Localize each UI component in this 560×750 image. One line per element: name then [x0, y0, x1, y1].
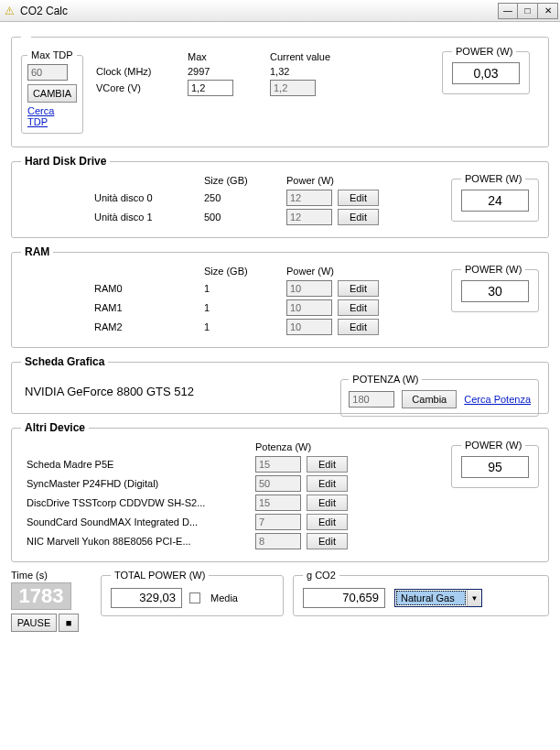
max-tdp-input[interactable] — [27, 64, 68, 81]
other-row: DiscDrive TSSTcorp CDDVDW SH-S2... Edit — [27, 495, 539, 511]
hdd-power-box: POWER (W) 24 — [451, 173, 539, 222]
maximize-button[interactable]: □ — [518, 3, 538, 19]
gco2-legend: g CO2 — [303, 570, 339, 581]
hdd-col-size: Size (GB) — [204, 175, 286, 186]
edit-button[interactable]: Edit — [338, 190, 379, 206]
ram-name: RAM2 — [94, 321, 204, 332]
col-max-header: Max — [188, 51, 270, 62]
edit-button[interactable]: Edit — [307, 533, 348, 549]
edit-button[interactable]: Edit — [338, 209, 379, 225]
other-name: Scheda Madre P5E — [27, 459, 255, 470]
max-tdp-box: Max TDP CAMBIA Cerca TDP — [21, 49, 83, 134]
fuel-select[interactable]: Natural Gas ▼ — [394, 589, 482, 607]
other-power-input[interactable] — [255, 533, 301, 549]
other-power-box: POWER (W) 95 — [451, 440, 539, 488]
time-value: 1783 — [11, 582, 71, 610]
col-current-header: Current value — [270, 51, 371, 62]
gpu-potenza-legend: POTENZA (W) — [349, 374, 422, 385]
app-icon: ⚠ — [2, 4, 16, 18]
time-label: Time (s) — [11, 570, 92, 581]
other-name: SoundCard SoundMAX Integrated D... — [27, 516, 255, 527]
ram-col-power: Power (W) — [286, 266, 396, 277]
edit-button[interactable]: Edit — [307, 514, 348, 530]
total-power-value: 329,03 — [111, 588, 182, 608]
gpu-potenza-input[interactable] — [349, 391, 394, 408]
gco2-value: 70,659 — [303, 588, 385, 608]
cambia-tdp-button[interactable]: CAMBIA — [27, 84, 77, 103]
ram-size: 1 — [204, 283, 286, 294]
stop-button[interactable]: ■ — [59, 614, 79, 632]
other-section: Altri Device Potenza (W) Scheda Madre P5… — [11, 421, 549, 562]
other-power-input[interactable] — [255, 456, 301, 473]
clock-max-value: 2997 — [188, 66, 270, 77]
other-power-value: 95 — [461, 456, 529, 478]
media-checkbox[interactable] — [189, 592, 200, 603]
gpu-section: Scheda Grafica NVIDIA GeForce 8800 GTS 5… — [11, 355, 549, 414]
gpu-potenza-box: POTENZA (W) Cambia Cerca Potenza — [340, 374, 539, 417]
other-row: NIC Marvell Yukon 88E8056 PCI-E... Edit — [27, 533, 539, 549]
hdd-legend: Hard Disk Drive — [21, 155, 110, 168]
total-power-legend: TOTAL POWER (W) — [111, 570, 209, 581]
hdd-section: Hard Disk Drive Size (GB) Power (W) Unit… — [11, 155, 549, 238]
ram-name: RAM1 — [94, 302, 204, 313]
window-buttons: — □ ✕ — [498, 3, 558, 19]
ram-size: 1 — [204, 321, 286, 332]
vcore-max-input[interactable] — [188, 80, 233, 96]
cpu-power-box: POWER (W) 0,03 — [442, 46, 530, 94]
ram-power-input[interactable] — [286, 299, 332, 316]
hdd-power-input[interactable] — [286, 190, 332, 206]
total-power-box: TOTAL POWER (W) 329,03 Media — [101, 570, 284, 616]
other-power-input[interactable] — [255, 514, 301, 530]
media-label: Media — [210, 592, 238, 603]
edit-button[interactable]: Edit — [338, 299, 379, 316]
hdd-power-legend: POWER (W) — [461, 173, 525, 184]
gco2-box: g CO2 70,659 Natural Gas ▼ — [293, 570, 549, 616]
other-power-legend: POWER (W) — [461, 440, 525, 451]
gpu-cambia-button[interactable]: Cambia — [402, 390, 457, 408]
ram-row: RAM2 1 Edit — [94, 319, 539, 335]
hdd-size: 250 — [204, 192, 286, 203]
other-power-input[interactable] — [255, 475, 301, 492]
close-button[interactable]: ✕ — [538, 3, 558, 19]
other-power-input[interactable] — [255, 495, 301, 511]
hdd-power-input[interactable] — [286, 209, 332, 225]
ram-power-box: POWER (W) 30 — [451, 264, 539, 312]
gpu-cerca-link[interactable]: Cerca Potenza — [464, 394, 531, 405]
clock-label: Clock (MHz) — [96, 66, 188, 77]
cpu-section: Max TDP CAMBIA Cerca TDP Max Current val… — [11, 31, 549, 147]
edit-button[interactable]: Edit — [338, 319, 379, 335]
ram-power-input[interactable] — [286, 319, 332, 335]
vcore-cur-input[interactable] — [270, 80, 316, 96]
max-tdp-legend: Max TDP — [27, 49, 77, 60]
vcore-label: VCore (V) — [96, 82, 188, 93]
titlebar: ⚠ CO2 Calc — □ ✕ — [0, 0, 560, 22]
other-legend: Altri Device — [21, 421, 89, 434]
ram-power-input[interactable] — [286, 280, 332, 297]
cpu-power-value: 0,03 — [452, 62, 520, 84]
ram-size: 1 — [204, 302, 286, 313]
pause-button[interactable]: PAUSE — [11, 614, 57, 632]
other-name: SyncMaster P24FHD (Digital) — [27, 478, 255, 489]
time-panel: Time (s) 1783 PAUSE ■ — [11, 570, 92, 632]
minimize-button[interactable]: — — [498, 3, 518, 19]
ram-name: RAM0 — [94, 283, 204, 294]
fuel-select-value: Natural Gas — [396, 591, 466, 605]
hdd-col-power: Power (W) — [286, 175, 396, 186]
hdd-name: Unità disco 1 — [94, 212, 204, 223]
edit-button[interactable]: Edit — [338, 280, 379, 297]
other-col-power: Potenza (W) — [255, 441, 365, 452]
ram-col-size: Size (GB) — [204, 266, 286, 277]
hdd-size: 500 — [204, 212, 286, 223]
hdd-name: Unità disco 0 — [94, 192, 204, 203]
other-name: DiscDrive TSSTcorp CDDVDW SH-S2... — [27, 497, 255, 508]
gpu-legend: Scheda Grafica — [21, 355, 108, 368]
edit-button[interactable]: Edit — [307, 475, 348, 492]
edit-button[interactable]: Edit — [307, 495, 348, 511]
window-title: CO2 Calc — [20, 5, 498, 17]
other-row: SoundCard SoundMAX Integrated D... Edit — [27, 514, 539, 530]
edit-button[interactable]: Edit — [307, 456, 348, 473]
cerca-tdp-link[interactable]: Cerca TDP — [27, 105, 54, 127]
ram-section: RAM Size (GB) Power (W) RAM0 1 EditRAM1 … — [11, 245, 549, 348]
clock-cur-value: 1,32 — [270, 66, 371, 77]
ram-legend: RAM — [21, 245, 53, 258]
